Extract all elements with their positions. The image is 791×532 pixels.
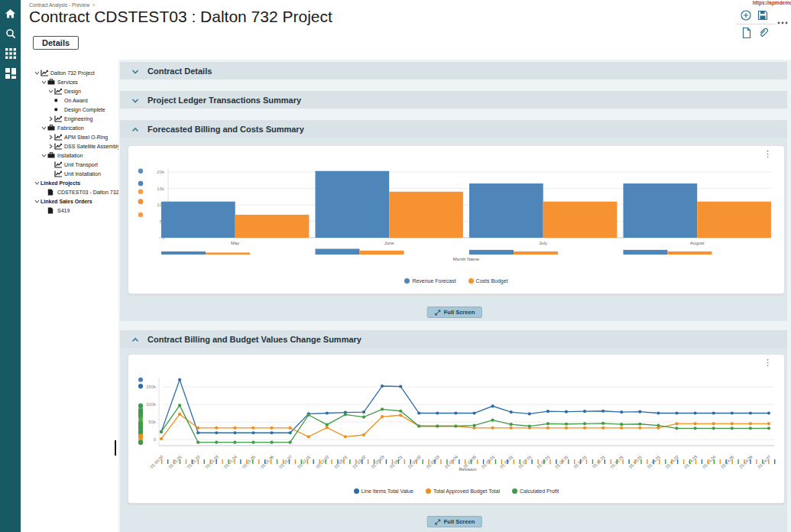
chevron-up-icon: [131, 332, 139, 346]
tree-expander-closed-icon[interactable]: [47, 135, 54, 140]
tree-expander-closed-icon[interactable]: [47, 116, 54, 122]
app-window: Contract Analysis - Preview › Contract C…: [0, 0, 791, 532]
section-title: Contract Details: [148, 66, 212, 76]
bar-chart-card: 05k10k15k20kMayJuneJulyAugustMonth Name …: [128, 145, 785, 294]
svg-text:01.04.02: 01.04.02: [407, 454, 422, 469]
tree-item-label: Fabrication: [57, 125, 84, 131]
doc-icon: [47, 207, 57, 214]
tree-item-label: CDSTEST03 - Dalton 732 Pr: [57, 190, 118, 195]
full-screen-button[interactable]: Full Screen: [427, 307, 482, 318]
attachment-icon[interactable]: [757, 27, 770, 39]
tree-item-label: Dalton 732 Project: [50, 70, 95, 76]
section-header-project-ledger[interactable]: Project Ledger Transactions Summary: [120, 91, 787, 109]
tree-expander-closed-icon[interactable]: [47, 144, 54, 149]
tree-item[interactable]: Unit Installation: [21, 169, 118, 178]
tree-item-label: APM Steel O-Ring: [64, 135, 108, 140]
svg-text:August: August: [690, 241, 705, 245]
line-chart: 050k100k150k01.00.0001.01.0101.01.0201.0…: [128, 355, 784, 503]
left-nav-rail: [0, 0, 21, 532]
details-tab[interactable]: Details: [33, 36, 79, 50]
full-screen-label: Full Screen: [444, 518, 475, 525]
tree-item[interactable]: Dalton 732 Project: [21, 68, 118, 77]
svg-text:01.01.06: 01.01.06: [260, 454, 274, 469]
svg-text:01.14.06: 01.14.06: [738, 454, 753, 469]
page-header: Contract Analysis - Preview › Contract C…: [21, 0, 791, 60]
legend-dot-icon: [426, 488, 431, 494]
tree-item-label: Linked Projects: [41, 180, 80, 186]
tree-item[interactable]: CDSTEST03 - Dalton 732 Pr: [21, 187, 118, 196]
legend-label: Line Items Total Value: [361, 488, 413, 494]
tree-item[interactable]: Engineering: [21, 114, 118, 123]
bullet-icon: [54, 99, 64, 102]
export-document-icon[interactable]: [741, 27, 753, 39]
kebab-menu-icon[interactable]: ⋮: [763, 150, 772, 158]
svg-text:July: July: [539, 241, 547, 245]
tree-item-label: Installation: [57, 153, 83, 158]
tree-item[interactable]: S419: [21, 206, 118, 215]
legend-item[interactable]: Revenue Forecast: [404, 278, 455, 284]
tree-item[interactable]: Linked Sales Orders: [21, 196, 118, 206]
legend-label: Costs Budget: [476, 278, 508, 284]
svg-text:01.04.01: 01.04.01: [388, 454, 403, 469]
tree-expander-open-icon[interactable]: [47, 89, 54, 94]
tree-expander-open-icon[interactable]: [34, 180, 41, 186]
grid-apps-icon[interactable]: [4, 47, 17, 60]
add-button[interactable]: [740, 9, 752, 21]
tree-item[interactable]: On Award: [21, 96, 118, 105]
legend-label: Calculated Profit: [520, 488, 559, 494]
svg-text:01.02.01: 01.02.01: [297, 454, 311, 469]
section-title: Project Ledger Transactions Summary: [148, 96, 301, 105]
bullet-icon: [54, 108, 64, 112]
project-tree-panel: Dalton 732 ProjectServicesDesignOn Award…: [21, 60, 118, 532]
tree-expander-open-icon[interactable]: [34, 70, 41, 76]
tree-item[interactable]: Services: [21, 77, 118, 86]
tree-expander-open-icon[interactable]: [41, 125, 47, 131]
legend-item[interactable]: Line Items Total Value: [354, 488, 413, 494]
kebab-menu-icon[interactable]: ⋮: [763, 358, 772, 367]
tree-item-label: Engineering: [64, 116, 92, 122]
section-header-contract-details[interactable]: Contract Details: [120, 62, 787, 79]
bar-chart: 05k10k15k20kMayJuneJulyAugustMonth Name: [128, 146, 784, 294]
case-icon: [47, 125, 57, 131]
svg-text:15k: 15k: [157, 187, 165, 191]
overflow-menu-icon[interactable]: [776, 17, 791, 29]
tree-item-label: Linked Sales Orders: [41, 199, 92, 204]
svg-text:Month Name: Month Name: [453, 257, 480, 261]
legend-item[interactable]: Total Approved Budget Total: [426, 488, 500, 494]
legend-dot-icon: [512, 488, 517, 494]
svg-text:01.03.01: 01.03.01: [333, 454, 348, 469]
line-chart-legend: Line Items Total ValueTotal Approved Bud…: [128, 488, 784, 494]
svg-text:01.04.03: 01.04.03: [426, 454, 440, 469]
tree-item[interactable]: Fabrication: [21, 123, 118, 132]
svg-text:01.01.07: 01.01.07: [278, 454, 293, 469]
tree-item-label: Unit Transport: [64, 162, 98, 167]
svg-text:Revision: Revision: [459, 467, 476, 472]
legend-item[interactable]: Costs Budget: [468, 278, 508, 284]
search-icon[interactable]: [4, 27, 17, 40]
save-icon[interactable]: [757, 9, 769, 21]
tree-item[interactable]: Installation: [21, 151, 118, 160]
tree-item[interactable]: Design Complete: [21, 105, 118, 114]
tree-item[interactable]: Unit Transport: [21, 160, 118, 169]
chevron-up-icon: [131, 122, 139, 136]
tree-expander-open-icon[interactable]: [41, 153, 47, 158]
tree-expander-open-icon[interactable]: [41, 79, 47, 85]
full-screen-button[interactable]: Full Screen: [427, 516, 482, 527]
tree-item[interactable]: Design: [21, 86, 118, 96]
section-header-billing-budget-change[interactable]: Contract Billing and Budget Values Chang…: [120, 330, 787, 348]
svg-text:01.05.01: 01.05.01: [481, 454, 495, 469]
url-watermark: https://apmdemo: [753, 0, 791, 5]
svg-text:01.02.02: 01.02.02: [315, 454, 329, 469]
tree-item[interactable]: APM Steel O-Ring: [21, 132, 118, 141]
tree-expander-open-icon[interactable]: [34, 199, 41, 204]
tree-item[interactable]: DSS Satellite Assembly: [21, 141, 118, 151]
main-content: Contract Details Project Ledger Transact…: [118, 60, 791, 532]
dashboard-icon[interactable]: [4, 66, 17, 79]
section-header-forecasted-billing[interactable]: Forecasted Billing and Costs Summary: [120, 120, 787, 138]
svg-text:June: June: [384, 241, 395, 245]
chart-icon: [54, 134, 64, 141]
section-title: Forecasted Billing and Costs Summary: [148, 125, 304, 134]
legend-item[interactable]: Calculated Profit: [512, 488, 559, 494]
home-icon[interactable]: [4, 7, 17, 20]
tree-item[interactable]: Linked Projects: [21, 178, 118, 187]
